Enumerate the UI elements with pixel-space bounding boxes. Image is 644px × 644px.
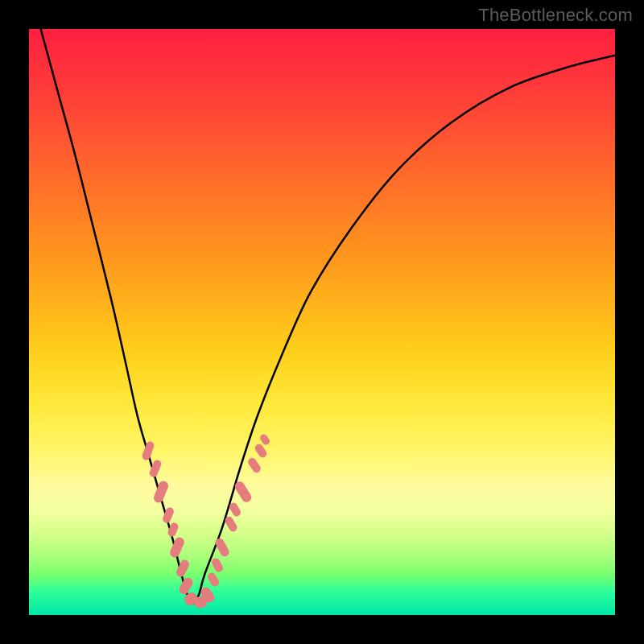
- bottleneck-curve: [41, 29, 615, 603]
- chart-curve-layer: [29, 29, 615, 615]
- watermark-text: TheBottleneck.com: [478, 5, 633, 26]
- chart-plot-area: [29, 29, 615, 615]
